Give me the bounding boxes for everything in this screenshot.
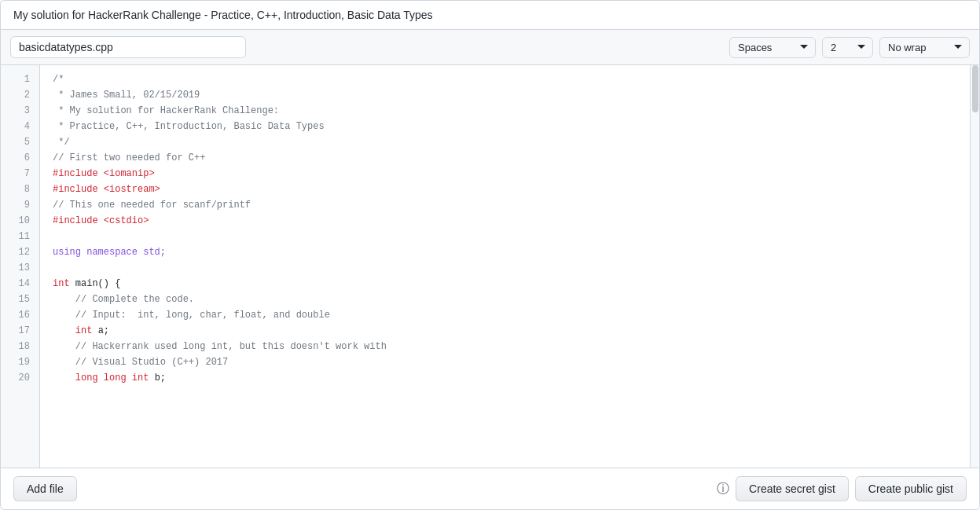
main-container: My solution for HackerRank Challenge - P…	[0, 0, 980, 510]
wrap-mode-group: No wrap Soft wrap	[879, 37, 970, 58]
line-num-5: 5	[1, 134, 39, 150]
indent-type-group: Spaces Tabs	[729, 37, 816, 58]
scrollbar-thumb[interactable]	[972, 65, 978, 112]
code-line-2: * James Small, 02/15/2019	[53, 87, 957, 103]
code-line-8: #include <iostream>	[53, 182, 957, 197]
line-num-17: 17	[1, 323, 39, 339]
code-line-20: long long int b;	[53, 370, 957, 386]
info-icon[interactable]: ⓘ	[717, 481, 729, 497]
line-num-2: 2	[1, 87, 39, 103]
toolbar: Spaces Tabs 2 4 8 No wrap Soft wrap	[1, 30, 979, 65]
code-line-11	[53, 229, 957, 244]
page-title-bar: My solution for HackerRank Challenge - P…	[1, 1, 979, 30]
line-num-3: 3	[1, 103, 39, 119]
footer: Add file ⓘ Create secret gist Create pub…	[1, 468, 979, 509]
line-num-14: 14	[1, 276, 39, 292]
line-num-11: 11	[1, 229, 39, 244]
create-public-gist-button[interactable]: Create public gist	[855, 476, 967, 501]
code-editor[interactable]: /* * James Small, 02/15/2019 * My soluti…	[40, 65, 970, 468]
code-line-13	[53, 260, 957, 276]
indent-size-group: 2 4 8	[822, 37, 873, 58]
code-line-17: int a;	[53, 323, 957, 339]
line-num-19: 19	[1, 354, 39, 370]
line-num-15: 15	[1, 292, 39, 307]
create-secret-gist-button[interactable]: Create secret gist	[736, 476, 849, 501]
code-line-16: // Input: int, long, char, float, and do…	[53, 307, 957, 323]
line-num-18: 18	[1, 339, 39, 354]
page-title: My solution for HackerRank Challenge - P…	[13, 9, 433, 21]
line-num-4: 4	[1, 119, 39, 134]
line-num-1: 1	[1, 72, 39, 87]
code-line-5: */	[53, 134, 957, 150]
indent-size-select[interactable]: 2 4 8	[822, 37, 873, 58]
line-num-20: 20	[1, 370, 39, 386]
line-num-6: 6	[1, 150, 39, 166]
line-num-10: 10	[1, 213, 39, 229]
line-num-8: 8	[1, 182, 39, 197]
filename-input[interactable]	[10, 36, 246, 58]
code-line-14: int main() {	[53, 276, 957, 292]
add-file-button[interactable]: Add file	[13, 476, 77, 501]
code-line-7: #include <iomanip>	[53, 166, 957, 182]
line-num-12: 12	[1, 244, 39, 260]
code-line-1: /*	[53, 72, 957, 87]
indent-type-select[interactable]: Spaces Tabs	[729, 37, 816, 58]
line-numbers: 1 2 3 4 5 6 7 8 9 10 11 12 13 14 15 16 1…	[1, 65, 40, 468]
code-line-4: * Practice, C++, Introduction, Basic Dat…	[53, 119, 957, 134]
line-num-9: 9	[1, 197, 39, 213]
wrap-mode-select[interactable]: No wrap Soft wrap	[879, 37, 970, 58]
code-line-18: // Hackerrank used long int, but this do…	[53, 339, 957, 354]
line-num-7: 7	[1, 166, 39, 182]
code-line-15: // Complete the code.	[53, 292, 957, 307]
code-line-6: // First two needed for C++	[53, 150, 957, 166]
code-line-19: // Visual Studio (C++) 2017	[53, 354, 957, 370]
line-num-13: 13	[1, 260, 39, 276]
editor-area: 1 2 3 4 5 6 7 8 9 10 11 12 13 14 15 16 1…	[1, 65, 979, 468]
code-line-9: // This one needed for scanf/printf	[53, 197, 957, 213]
line-num-16: 16	[1, 307, 39, 323]
vertical-scrollbar[interactable]	[970, 65, 979, 468]
code-line-3: * My solution for HackerRank Challenge:	[53, 103, 957, 119]
code-line-10: #include <cstdio>	[53, 213, 957, 229]
code-line-12: using namespace std;	[53, 244, 957, 260]
